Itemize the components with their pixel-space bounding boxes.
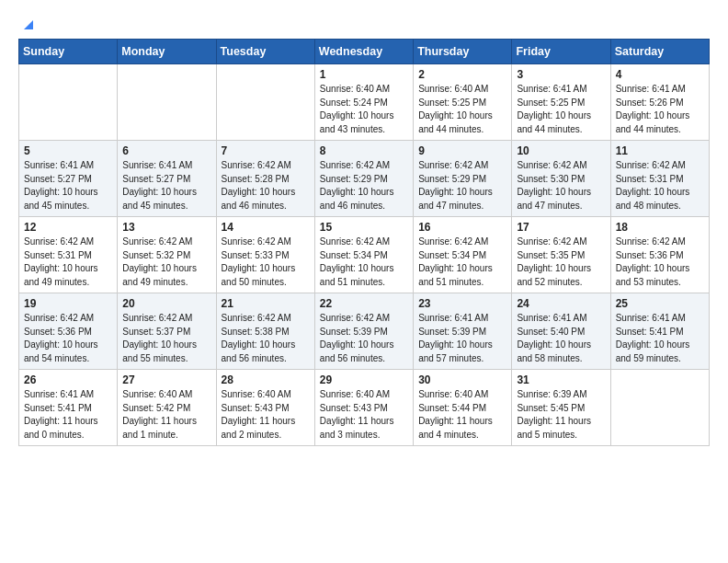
calendar-cell: 18Sunrise: 6:42 AM Sunset: 5:36 PM Dayli… [610, 217, 709, 293]
day-number: 21 [222, 297, 310, 310]
day-number: 15 [320, 221, 408, 234]
weekday-header-wednesday: Wednesday [314, 40, 413, 64]
day-number: 31 [517, 373, 605, 386]
day-number: 12 [24, 221, 112, 234]
day-number: 8 [320, 144, 408, 157]
day-info: Sunrise: 6:42 AM Sunset: 5:33 PM Dayligh… [222, 236, 310, 289]
calendar-week-row: 12Sunrise: 6:42 AM Sunset: 5:31 PM Dayli… [19, 217, 710, 293]
day-info: Sunrise: 6:41 AM Sunset: 5:40 PM Dayligh… [517, 312, 605, 365]
calendar-cell: 8Sunrise: 6:42 AM Sunset: 5:29 PM Daylig… [314, 141, 413, 217]
day-info: Sunrise: 6:40 AM Sunset: 5:24 PM Dayligh… [320, 83, 408, 136]
day-info: Sunrise: 6:42 AM Sunset: 5:32 PM Dayligh… [122, 236, 210, 289]
calendar-cell: 7Sunrise: 6:42 AM Sunset: 5:28 PM Daylig… [216, 141, 314, 217]
day-info: Sunrise: 6:42 AM Sunset: 5:31 PM Dayligh… [24, 236, 112, 289]
weekday-header-sunday: Sunday [19, 40, 118, 64]
day-info: Sunrise: 6:42 AM Sunset: 5:38 PM Dayligh… [222, 312, 310, 365]
day-info: Sunrise: 6:41 AM Sunset: 5:27 PM Dayligh… [24, 159, 112, 213]
day-number: 24 [517, 297, 605, 310]
weekday-header-thursday: Thursday [414, 40, 512, 64]
calendar-cell: 20Sunrise: 6:42 AM Sunset: 5:37 PM Dayli… [118, 293, 216, 370]
day-info: Sunrise: 6:42 AM Sunset: 5:39 PM Dayligh… [320, 312, 408, 365]
day-number: 30 [418, 373, 506, 386]
day-info: Sunrise: 6:42 AM Sunset: 5:30 PM Dayligh… [517, 159, 605, 213]
day-info: Sunrise: 6:39 AM Sunset: 5:45 PM Dayligh… [517, 388, 605, 442]
day-number: 4 [616, 68, 704, 81]
day-number: 14 [222, 221, 310, 234]
day-info: Sunrise: 6:42 AM Sunset: 5:36 PM Dayligh… [616, 236, 704, 289]
day-number: 28 [222, 373, 310, 386]
logo-arrow-icon [20, 17, 37, 33]
day-number: 13 [122, 221, 210, 234]
day-number: 7 [222, 144, 310, 157]
weekday-header-saturday: Saturday [610, 40, 709, 64]
weekday-header-row: SundayMondayTuesdayWednesdayThursdayFrid… [19, 40, 710, 64]
day-number: 2 [418, 68, 506, 81]
day-info: Sunrise: 6:40 AM Sunset: 5:43 PM Dayligh… [320, 388, 408, 442]
day-number: 22 [320, 297, 408, 310]
calendar-cell: 21Sunrise: 6:42 AM Sunset: 5:38 PM Dayli… [216, 293, 314, 370]
day-info: Sunrise: 6:41 AM Sunset: 5:27 PM Dayligh… [122, 159, 210, 213]
day-info: Sunrise: 6:42 AM Sunset: 5:29 PM Dayligh… [320, 159, 408, 213]
day-number: 29 [320, 373, 408, 386]
day-number: 16 [418, 221, 506, 234]
day-info: Sunrise: 6:41 AM Sunset: 5:41 PM Dayligh… [616, 312, 704, 365]
calendar-cell: 1Sunrise: 6:40 AM Sunset: 5:24 PM Daylig… [314, 64, 413, 141]
day-number: 23 [418, 297, 506, 310]
day-info: Sunrise: 6:42 AM Sunset: 5:31 PM Dayligh… [616, 159, 704, 213]
day-number: 25 [616, 297, 704, 310]
calendar-cell: 22Sunrise: 6:42 AM Sunset: 5:39 PM Dayli… [314, 293, 413, 370]
calendar-cell: 13Sunrise: 6:42 AM Sunset: 5:32 PM Dayli… [118, 217, 216, 293]
day-info: Sunrise: 6:40 AM Sunset: 5:44 PM Dayligh… [418, 388, 506, 442]
calendar-week-row: 19Sunrise: 6:42 AM Sunset: 5:36 PM Dayli… [19, 293, 710, 370]
day-number: 3 [517, 68, 605, 81]
day-number: 1 [320, 68, 408, 81]
calendar-cell: 3Sunrise: 6:41 AM Sunset: 5:25 PM Daylig… [512, 64, 610, 141]
day-info: Sunrise: 6:40 AM Sunset: 5:42 PM Dayligh… [122, 388, 210, 442]
calendar-cell: 10Sunrise: 6:42 AM Sunset: 5:30 PM Dayli… [512, 141, 610, 217]
day-info: Sunrise: 6:40 AM Sunset: 5:25 PM Dayligh… [418, 83, 506, 136]
calendar-cell: 28Sunrise: 6:40 AM Sunset: 5:43 PM Dayli… [216, 370, 314, 446]
calendar-cell: 25Sunrise: 6:41 AM Sunset: 5:41 PM Dayli… [610, 293, 709, 370]
calendar-cell: 19Sunrise: 6:42 AM Sunset: 5:36 PM Dayli… [19, 293, 118, 370]
day-info: Sunrise: 6:42 AM Sunset: 5:35 PM Dayligh… [517, 236, 605, 289]
day-info: Sunrise: 6:41 AM Sunset: 5:25 PM Dayligh… [517, 83, 605, 136]
calendar-cell [610, 370, 709, 446]
calendar-cell: 15Sunrise: 6:42 AM Sunset: 5:34 PM Dayli… [314, 217, 413, 293]
day-number: 5 [24, 144, 112, 157]
day-number: 11 [616, 144, 704, 157]
day-number: 9 [418, 144, 506, 157]
day-number: 20 [122, 297, 210, 310]
day-number: 18 [616, 221, 704, 234]
calendar-cell [19, 64, 118, 141]
calendar-cell: 2Sunrise: 6:40 AM Sunset: 5:25 PM Daylig… [414, 64, 512, 141]
day-info: Sunrise: 6:42 AM Sunset: 5:34 PM Dayligh… [418, 236, 506, 289]
day-number: 17 [517, 221, 605, 234]
day-number: 26 [24, 373, 112, 386]
calendar-cell: 17Sunrise: 6:42 AM Sunset: 5:35 PM Dayli… [512, 217, 610, 293]
day-info: Sunrise: 6:42 AM Sunset: 5:29 PM Dayligh… [418, 159, 506, 213]
day-info: Sunrise: 6:41 AM Sunset: 5:39 PM Dayligh… [418, 312, 506, 365]
calendar-cell [216, 64, 314, 141]
day-number: 10 [517, 144, 605, 157]
calendar-cell: 16Sunrise: 6:42 AM Sunset: 5:34 PM Dayli… [414, 217, 512, 293]
calendar-cell: 14Sunrise: 6:42 AM Sunset: 5:33 PM Dayli… [216, 217, 314, 293]
svg-marker-0 [24, 20, 33, 29]
calendar-cell: 30Sunrise: 6:40 AM Sunset: 5:44 PM Dayli… [414, 370, 512, 446]
calendar-cell [118, 64, 216, 141]
calendar-cell: 6Sunrise: 6:41 AM Sunset: 5:27 PM Daylig… [118, 141, 216, 217]
calendar-cell: 4Sunrise: 6:41 AM Sunset: 5:26 PM Daylig… [610, 64, 709, 141]
day-info: Sunrise: 6:42 AM Sunset: 5:37 PM Dayligh… [122, 312, 210, 365]
calendar-cell: 29Sunrise: 6:40 AM Sunset: 5:43 PM Dayli… [314, 370, 413, 446]
day-info: Sunrise: 6:42 AM Sunset: 5:34 PM Dayligh… [320, 236, 408, 289]
day-info: Sunrise: 6:42 AM Sunset: 5:28 PM Dayligh… [222, 159, 310, 213]
calendar-week-row: 1Sunrise: 6:40 AM Sunset: 5:24 PM Daylig… [19, 64, 710, 141]
calendar-cell: 5Sunrise: 6:41 AM Sunset: 5:27 PM Daylig… [19, 141, 118, 217]
day-info: Sunrise: 6:41 AM Sunset: 5:26 PM Dayligh… [616, 83, 704, 136]
day-number: 19 [24, 297, 112, 310]
calendar-cell: 23Sunrise: 6:41 AM Sunset: 5:39 PM Dayli… [414, 293, 512, 370]
calendar-week-row: 26Sunrise: 6:41 AM Sunset: 5:41 PM Dayli… [19, 370, 710, 446]
calendar-cell: 24Sunrise: 6:41 AM Sunset: 5:40 PM Dayli… [512, 293, 610, 370]
day-info: Sunrise: 6:41 AM Sunset: 5:41 PM Dayligh… [24, 388, 112, 442]
day-number: 27 [122, 373, 210, 386]
calendar-cell: 11Sunrise: 6:42 AM Sunset: 5:31 PM Dayli… [610, 141, 709, 217]
